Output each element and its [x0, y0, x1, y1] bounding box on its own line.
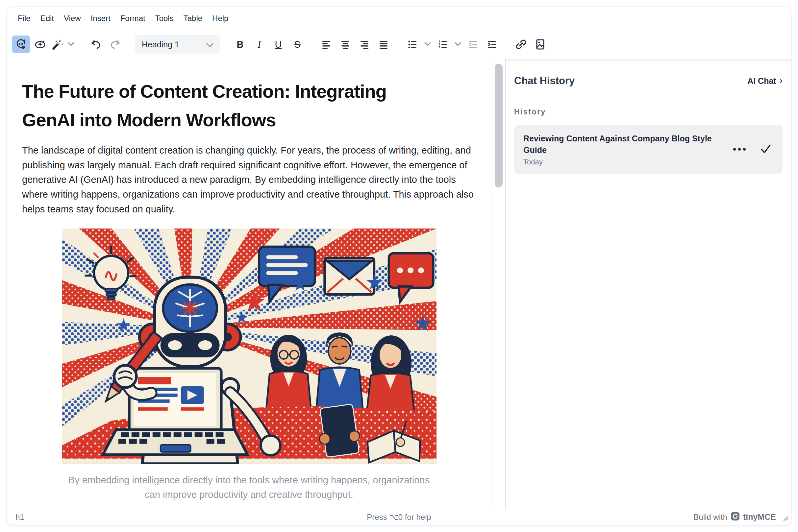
editor-scrollbar[interactable] — [491, 59, 505, 509]
menu-view[interactable]: View — [59, 11, 86, 26]
italic-button[interactable]: I — [250, 36, 268, 53]
align-justify-button[interactable] — [375, 36, 392, 53]
outdent-button[interactable] — [464, 36, 482, 53]
chevron-down-icon — [454, 42, 461, 47]
menu-table[interactable]: Table — [179, 11, 207, 26]
link-icon — [515, 38, 527, 50]
undo-button[interactable] — [87, 36, 105, 53]
align-right-button[interactable] — [356, 36, 373, 53]
menu-bar: File Edit View Insert Format Tools Table… — [7, 7, 791, 30]
menu-help[interactable]: Help — [207, 11, 233, 26]
indent-icon — [486, 39, 498, 50]
magic-wand-icon — [52, 38, 63, 50]
redo-icon — [109, 38, 121, 50]
branding-name: tinyMCE — [743, 512, 776, 522]
underline-button[interactable]: U — [270, 36, 287, 53]
more-options-icon[interactable] — [732, 147, 746, 153]
document-heading: The Future of Content Creation: Integrat… — [22, 77, 476, 134]
svg-text:3: 3 — [439, 46, 440, 49]
menu-tools[interactable]: Tools — [150, 11, 179, 26]
align-left-button[interactable] — [317, 36, 335, 53]
image-caption: By embedding intelligence directly into … — [62, 473, 437, 502]
heading-line-1: The Future of Content Creation: Integrat… — [22, 77, 476, 106]
strikethrough-icon: S — [294, 39, 300, 50]
scrollbar-thumb[interactable] — [495, 64, 503, 187]
ai-shortcuts-chevron[interactable] — [66, 36, 76, 53]
chat-item-date: Today — [523, 158, 726, 166]
ai-chat-button[interactable] — [12, 36, 30, 53]
bold-button[interactable]: B — [231, 36, 249, 53]
image-button[interactable] — [531, 36, 549, 53]
check-icon[interactable] — [760, 144, 772, 155]
panel-title: Chat History — [514, 75, 575, 87]
chat-history-header: Chat History AI Chat › — [514, 59, 782, 87]
block-format-select[interactable]: Heading 1 — [135, 35, 220, 54]
menu-insert[interactable]: Insert — [86, 11, 115, 26]
chat-item-text: Reviewing Content Against Company Blog S… — [523, 133, 732, 166]
numbered-list-chevron[interactable] — [453, 36, 463, 53]
editor-content[interactable]: The Future of Content Creation: Integrat… — [7, 59, 491, 509]
status-bar: h1 Press ⌥0 for help Build with tinyMCE — [7, 509, 791, 525]
chevron-down-icon — [68, 42, 74, 47]
bold-icon: B — [237, 39, 244, 50]
chevron-down-icon — [424, 42, 431, 47]
align-justify-icon — [378, 39, 389, 50]
tinymce-logo-icon — [730, 512, 740, 523]
history-section-label: History — [514, 108, 782, 116]
ai-review-button[interactable] — [31, 36, 49, 53]
bullet-list-icon — [407, 39, 418, 50]
ai-chat-link-label: AI Chat — [747, 76, 776, 86]
element-path[interactable]: h1 — [16, 513, 24, 522]
bullet-list-chevron[interactable] — [423, 36, 432, 53]
menu-file[interactable]: File — [13, 11, 36, 26]
redo-button[interactable] — [106, 36, 124, 53]
link-button[interactable] — [512, 36, 530, 53]
block-format-value: Heading 1 — [142, 40, 179, 49]
numbered-list-icon: 123 — [437, 39, 448, 50]
bullet-list-button[interactable] — [404, 36, 421, 53]
chat-history-panel: Chat History AI Chat › History Reviewing… — [505, 59, 791, 509]
toolbar: Heading 1 B I U S — [7, 30, 791, 59]
align-right-icon — [359, 39, 370, 50]
italic-icon: I — [258, 39, 261, 50]
editor-window: File Edit View Insert Format Tools Table… — [6, 6, 792, 526]
menu-edit[interactable]: Edit — [36, 11, 59, 26]
underline-icon: U — [275, 39, 282, 50]
document-paragraph: The landscape of digital content creatio… — [22, 143, 476, 217]
align-center-button[interactable] — [336, 36, 354, 53]
chevron-down-icon — [206, 40, 214, 49]
help-shortcut-text: Press ⌥0 for help — [367, 513, 431, 522]
chat-history-item[interactable]: Reviewing Content Against Company Blog S… — [514, 125, 782, 174]
ai-chat-link[interactable]: AI Chat › — [747, 76, 782, 86]
chevron-right-icon: › — [780, 76, 782, 85]
align-left-icon — [321, 39, 332, 50]
resize-handle-icon[interactable] — [782, 515, 788, 522]
menu-format[interactable]: Format — [115, 11, 150, 26]
panel-divider — [505, 97, 791, 97]
branding-prefix: Build with — [693, 513, 727, 522]
main-area: The Future of Content Creation: Integrat… — [7, 59, 791, 509]
chat-item-actions — [732, 144, 773, 155]
heading-line-2: GenAI into Modern Workflows — [22, 106, 476, 134]
ai-review-icon — [34, 38, 46, 50]
outdent-icon — [467, 39, 479, 50]
undo-icon — [90, 38, 102, 50]
align-center-icon — [340, 39, 351, 50]
strikethrough-button[interactable]: S — [289, 36, 306, 53]
chat-item-title: Reviewing Content Against Company Blog S… — [523, 133, 721, 156]
document-illustration[interactable]: By embedding intelligence directly into … — [62, 229, 437, 502]
branding[interactable]: Build with tinyMCE — [693, 512, 782, 523]
ai-chat-icon — [15, 38, 27, 50]
indent-button[interactable] — [483, 36, 501, 53]
image-icon — [534, 38, 546, 50]
ai-shortcuts-button[interactable] — [50, 36, 65, 53]
numbered-list-button[interactable]: 123 — [434, 36, 452, 53]
